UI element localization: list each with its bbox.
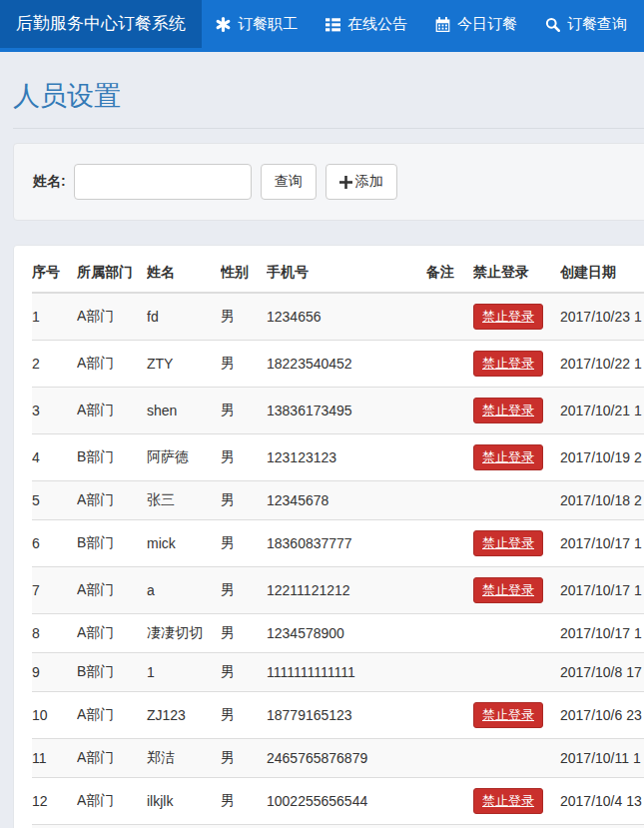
list-icon bbox=[325, 17, 340, 32]
nav-item-label: 订餐职工 bbox=[238, 15, 298, 34]
cell-department: B部门 bbox=[77, 520, 147, 567]
cell-no: 6 bbox=[32, 520, 77, 567]
cell-created-date: 2017/10/17 1 bbox=[560, 614, 644, 653]
cell-phone: 1234656 bbox=[267, 293, 426, 341]
cell-name: mick bbox=[147, 520, 221, 567]
query-button[interactable]: 查询 bbox=[261, 164, 317, 200]
cell-forbid-login: 禁止登录 bbox=[473, 520, 560, 567]
cell-no: 12 bbox=[32, 778, 77, 825]
cell-forbid-login: 禁止登录 bbox=[473, 778, 560, 825]
cell-department: A部门 bbox=[77, 692, 147, 739]
table-row: 2 A部门 ZTY 男 18223540452 禁止登录 2017/10/22 … bbox=[32, 341, 644, 388]
cell-name: 123 bbox=[147, 825, 221, 828]
table-header-row: 序号 所属部门 姓名 性别 手机号 备注 禁止登录 创建日期 bbox=[32, 254, 644, 293]
cell-remark bbox=[426, 692, 473, 739]
nav-item-order-query[interactable]: 订餐查询 bbox=[531, 0, 641, 48]
cell-no: 7 bbox=[32, 567, 77, 614]
header-name: 姓名 bbox=[147, 254, 221, 293]
nav-item-today-orders[interactable]: 今日订餐 bbox=[421, 0, 531, 48]
table-row: 5 A部门 张三 男 12345678 2017/10/18 2 bbox=[32, 481, 644, 520]
cell-created-date: 2017/10/17 1 bbox=[560, 567, 644, 614]
cell-gender: 男 bbox=[221, 778, 267, 825]
cell-created-date: 2017/10/8 17 bbox=[560, 653, 644, 692]
table-row: 13 A部门 123 男 123213131232131231 禁止登录 201… bbox=[32, 825, 644, 828]
table-row: 9 B部门 1 男 1111111111111 2017/10/8 17 bbox=[32, 653, 644, 692]
cell-created-date: 2017/10/11 1 bbox=[560, 739, 644, 778]
cell-created-date: 2017/9/29 16 bbox=[560, 825, 644, 828]
cell-created-date: 2017/10/21 1 bbox=[560, 388, 644, 434]
forbid-login-button[interactable]: 禁止登录 bbox=[473, 444, 543, 470]
forbid-login-button[interactable]: 禁止登录 bbox=[473, 788, 543, 814]
header-no: 序号 bbox=[32, 254, 77, 293]
cell-gender: 男 bbox=[221, 653, 267, 692]
staff-table: 序号 所属部门 姓名 性别 手机号 备注 禁止登录 创建日期 1 A部门 fd … bbox=[32, 254, 644, 828]
cell-phone: 18779165123 bbox=[267, 692, 426, 739]
forbid-login-button[interactable]: 禁止登录 bbox=[473, 530, 543, 556]
table-row: 12 A部门 ilkjlk 男 1002255656544 禁止登录 2017/… bbox=[32, 778, 644, 825]
cell-no: 9 bbox=[32, 653, 77, 692]
header-phone: 手机号 bbox=[267, 254, 426, 293]
app-brand[interactable]: 后勤服务中心订餐系统 bbox=[0, 0, 202, 48]
cell-forbid-login: 禁止登录 bbox=[473, 293, 560, 341]
cell-name: 1 bbox=[147, 653, 221, 692]
forbid-login-button[interactable]: 禁止登录 bbox=[473, 702, 543, 728]
forbid-login-button[interactable]: 禁止登录 bbox=[473, 577, 543, 603]
cell-no: 3 bbox=[32, 388, 77, 434]
nav-item-online-notice[interactable]: 在线公告 bbox=[312, 0, 421, 48]
navbar: 后勤服务中心订餐系统 订餐职工 在线公告 今日订餐 订餐查询 bbox=[0, 0, 644, 52]
table-row: 10 A部门 ZJ123 男 18779165123 禁止登录 2017/10/… bbox=[32, 692, 644, 739]
cell-gender: 男 bbox=[221, 293, 267, 341]
cell-phone: 1234578900 bbox=[267, 614, 426, 653]
add-button[interactable]: 添加 bbox=[325, 164, 397, 200]
cell-department: A部门 bbox=[77, 388, 147, 434]
cell-department: A部门 bbox=[77, 481, 147, 520]
cell-name: shen bbox=[147, 388, 221, 434]
cell-name: 阿萨德 bbox=[147, 434, 221, 481]
cell-remark bbox=[426, 778, 473, 825]
header-gender: 性别 bbox=[221, 254, 267, 293]
page-container: 人员设置 姓名: 查询 添加 序号 所属部门 bbox=[13, 78, 644, 828]
name-input[interactable] bbox=[74, 164, 252, 200]
table-row: 4 B部门 阿萨德 男 123123123 禁止登录 2017/10/19 2 bbox=[32, 434, 644, 481]
cell-forbid-login: 禁止登录 bbox=[473, 388, 560, 434]
cell-no: 11 bbox=[32, 739, 77, 778]
cell-department: A部门 bbox=[77, 567, 147, 614]
cell-phone: 13836173495 bbox=[267, 388, 426, 434]
cell-gender: 男 bbox=[221, 388, 267, 434]
cell-no: 4 bbox=[32, 434, 77, 481]
table-panel: 序号 所属部门 姓名 性别 手机号 备注 禁止登录 创建日期 1 A部门 fd … bbox=[13, 245, 644, 828]
cell-remark bbox=[426, 434, 473, 481]
cell-no: 10 bbox=[32, 692, 77, 739]
cell-forbid-login bbox=[473, 481, 560, 520]
cell-gender: 男 bbox=[221, 434, 267, 481]
asterisk-icon bbox=[216, 17, 231, 32]
table-row: 11 A部门 郑洁 男 2465765876879 2017/10/11 1 bbox=[32, 739, 644, 778]
cell-created-date: 2017/10/22 1 bbox=[560, 341, 644, 388]
cell-remark bbox=[426, 520, 473, 567]
cell-gender: 男 bbox=[221, 739, 267, 778]
cell-name: fd bbox=[147, 293, 221, 341]
nav-item-label: 订餐查询 bbox=[567, 15, 627, 34]
cell-forbid-login: 禁止登录 bbox=[473, 434, 560, 481]
cell-name: ilkjlk bbox=[147, 778, 221, 825]
forbid-login-button[interactable]: 禁止登录 bbox=[473, 351, 543, 377]
cell-created-date: 2017/10/19 2 bbox=[560, 434, 644, 481]
cell-remark bbox=[426, 388, 473, 434]
cell-forbid-login bbox=[473, 614, 560, 653]
page-title: 人员设置 bbox=[13, 78, 644, 114]
forbid-login-button[interactable]: 禁止登录 bbox=[473, 304, 543, 330]
main-nav: 订餐职工 在线公告 今日订餐 订餐查询 bbox=[202, 0, 641, 48]
cell-phone: 18223540452 bbox=[267, 341, 426, 388]
cell-department: A部门 bbox=[77, 293, 147, 341]
nav-item-order-staff[interactable]: 订餐职工 bbox=[202, 0, 312, 48]
cell-department: A部门 bbox=[77, 825, 147, 828]
cell-created-date: 2017/10/23 1 bbox=[560, 293, 644, 341]
forbid-login-button[interactable]: 禁止登录 bbox=[473, 398, 543, 423]
cell-department: A部门 bbox=[77, 614, 147, 653]
cell-department: A部门 bbox=[77, 778, 147, 825]
cell-department: B部门 bbox=[77, 653, 147, 692]
cell-no: 5 bbox=[32, 481, 77, 520]
cell-gender: 男 bbox=[221, 341, 267, 388]
cell-no: 8 bbox=[32, 614, 77, 653]
cell-remark bbox=[426, 481, 473, 520]
